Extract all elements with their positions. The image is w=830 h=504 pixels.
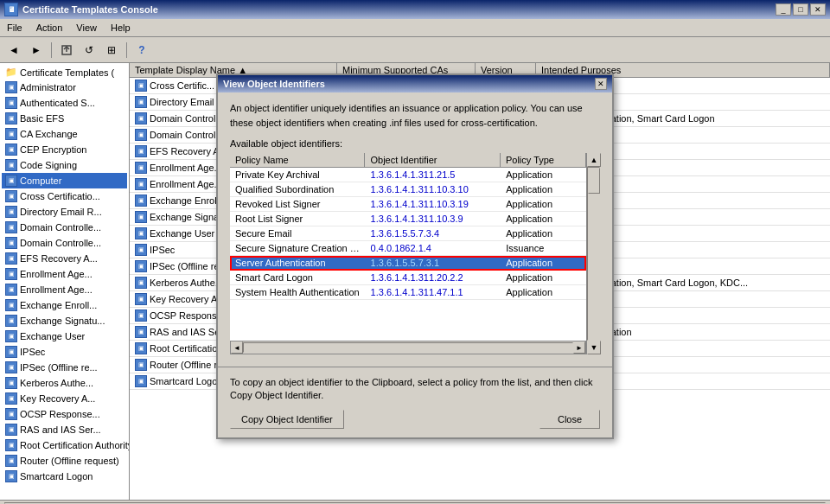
sidebar-item-efs-recovery[interactable]: ▣ EFS Recovery A... — [2, 251, 127, 266]
menu-view[interactable]: View — [69, 21, 104, 35]
sidebar-item-cross-cert[interactable]: ▣ Cross Certificatio... — [2, 188, 127, 204]
modal-table-scroll[interactable]: Private Key Archival 1.3.6.1.4.1.311.21.… — [230, 168, 586, 341]
map-button[interactable]: ⊞ — [101, 41, 122, 60]
cert-icon: ▣ — [135, 326, 147, 338]
cert-icon: ▣ — [5, 144, 17, 156]
copy-object-identifier-button[interactable]: Copy Object Identifier — [230, 410, 344, 429]
tree-root[interactable]: 📁 Certificate Templates ( — [2, 65, 127, 80]
back-button[interactable]: ◄ — [3, 41, 24, 60]
sidebar-item-root-ca[interactable]: ▣ Root Certification Authority — [2, 437, 127, 453]
modal-table-row-revoked-list[interactable]: Revoked List Signer 1.3.6.1.4.1.311.10.3… — [230, 197, 586, 212]
folder-icon: 📁 — [5, 67, 17, 78]
sidebar-label: CA Exchange — [20, 129, 78, 139]
cert-icon: ▣ — [5, 175, 17, 187]
cert-icon: ▣ — [5, 455, 17, 467]
modal-hscroll-track[interactable] — [243, 342, 573, 353]
sidebar-label: Domain Controlle... — [20, 222, 101, 233]
cert-icon: ▣ — [5, 408, 17, 420]
modal-table-row-secure-sig[interactable]: Secure Signature Creation Device Qu... 0… — [230, 241, 586, 256]
sidebar-item-basic-efs[interactable]: ▣ Basic EFS — [2, 111, 127, 126]
minimize-button[interactable]: _ — [776, 3, 791, 16]
modal-table-row-qualified-sub[interactable]: Qualified Subordination 1.3.6.1.4.1.311.… — [230, 182, 586, 197]
modal-table-row-smart-card[interactable]: Smart Card Logon 1.3.6.1.4.1.311.20.2.2 … — [230, 271, 586, 285]
modal-table-row-system-health[interactable]: System Health Authentication 1.3.6.1.4.1… — [230, 285, 586, 300]
modal-close-button[interactable]: ✕ — [595, 78, 607, 90]
modal-cell-type: Application — [501, 285, 586, 299]
sidebar-label: Enrollment Age... — [20, 269, 93, 279]
modal-cell-oid: 1.3.6.1.4.1.311.47.1.1 — [366, 285, 501, 299]
sidebar-item-ca-exchange[interactable]: ▣ CA Exchange — [2, 126, 127, 142]
modal-hscroll-left[interactable]: ◄ — [231, 341, 243, 354]
sidebar-item-exchange-enrollment[interactable]: ▣ Exchange Enroll... — [2, 297, 127, 313]
modal-vscroll-up[interactable]: ▲ — [587, 153, 601, 167]
modal-cell-oid: 1.3.6.1.4.1.311.10.3.19 — [366, 197, 501, 211]
up-button[interactable] — [56, 41, 77, 60]
sidebar-item-enrollment-agent-1[interactable]: ▣ Enrollment Age... — [2, 266, 127, 282]
toolbar-separator-1 — [51, 42, 52, 58]
sidebar-item-ocsp[interactable]: ▣ OCSP Response... — [2, 406, 127, 422]
modal-col-header-name[interactable]: Policy Name — [230, 153, 365, 167]
modal-cell-oid: 1.3.6.1.4.1.311.10.3.9 — [366, 212, 501, 226]
sidebar-item-ipsec-offline[interactable]: ▣ IPSec (Offline re... — [2, 360, 127, 375]
sidebar-item-router[interactable]: ▣ Router (Offline request) — [2, 453, 127, 469]
sidebar-item-key-recovery[interactable]: ▣ Key Recovery A... — [2, 391, 127, 406]
cert-icon: ▣ — [5, 470, 17, 482]
sidebar-label: Code Signing — [20, 160, 77, 170]
sidebar-item-directory-email[interactable]: ▣ Directory Email R... — [2, 204, 127, 220]
sidebar-item-cep-encryption[interactable]: ▣ CEP Encryption — [2, 142, 127, 157]
cert-icon: ▣ — [5, 81, 17, 93]
sidebar-label: Authenticated S... — [20, 98, 95, 108]
modal-col-header-type[interactable]: Policy Type — [501, 153, 586, 167]
modal-table-row-server-auth[interactable]: Server Authentication 1.3.6.1.5.5.7.3.1 … — [230, 256, 586, 271]
sidebar-item-ras-ias[interactable]: ▣ RAS and IAS Ser... — [2, 422, 127, 437]
sidebar-item-domain-controller-1[interactable]: ▣ Domain Controlle... — [2, 220, 127, 235]
cert-icon: ▣ — [5, 439, 17, 451]
modal-table-row-secure-email[interactable]: Secure Email 1.3.6.1.5.5.7.3.4 Applicati… — [230, 226, 586, 241]
menu-file[interactable]: File — [0, 21, 29, 35]
sidebar-item-smartcard-logon[interactable]: ▣ Smartcard Logon — [2, 469, 127, 484]
sidebar-item-computer[interactable]: ▣ Computer — [2, 173, 127, 188]
modal-hscroll-right[interactable]: ► — [573, 341, 585, 354]
sidebar-item-code-signing[interactable]: ▣ Code Signing — [2, 157, 127, 173]
cert-icon: ▣ — [135, 145, 147, 157]
close-button[interactable]: Close — [540, 410, 600, 429]
sidebar-item-kerberos[interactable]: ▣ Kerberos Authe... — [2, 375, 127, 391]
cert-icon: ▣ — [135, 162, 147, 174]
maximize-button[interactable]: □ — [793, 3, 808, 16]
sidebar-item-authenticated-s[interactable]: ▣ Authenticated S... — [2, 95, 127, 111]
sidebar-label: Exchange Enroll... — [20, 300, 97, 310]
modal-vscroll-down[interactable]: ▼ — [587, 341, 601, 354]
menu-help[interactable]: Help — [104, 21, 137, 35]
modal-col-header-oid[interactable]: Object Identifier — [365, 153, 500, 167]
sidebar-item-administrator[interactable]: ▣ Administrator — [2, 80, 127, 95]
modal-cell-name: System Health Authentication — [230, 285, 366, 299]
cert-icon: ▣ — [5, 159, 17, 171]
menu-action[interactable]: Action — [29, 21, 70, 35]
modal-vscroll-thumb[interactable] — [588, 168, 600, 194]
modal-table-row-root-list[interactable]: Root List Signer 1.3.6.1.4.1.311.10.3.9 … — [230, 212, 586, 226]
refresh-button[interactable]: ↺ — [79, 41, 99, 60]
sidebar-item-enrollment-agent-2[interactable]: ▣ Enrollment Age... — [2, 282, 127, 297]
forward-button[interactable]: ► — [26, 41, 47, 60]
sidebar-item-exchange-signature[interactable]: ▣ Exchange Signatu... — [2, 313, 127, 329]
cert-icon: ▣ — [135, 293, 147, 305]
sidebar-item-ipsec[interactable]: ▣ IPSec — [2, 344, 127, 360]
cert-icon: ▣ — [5, 221, 17, 233]
modal-cell-type: Application — [501, 197, 586, 211]
modal-table-container: Policy Name Object Identifier Policy Typ… — [230, 153, 600, 354]
sidebar-item-domain-controller-2[interactable]: ▣ Domain Controlle... — [2, 235, 127, 251]
modal-cell-type: Application — [501, 271, 586, 284]
modal-vscroll-track[interactable] — [587, 167, 600, 341]
cert-icon: ▣ — [135, 211, 147, 223]
menu-bar: File Action View Help — [0, 19, 830, 37]
window-title: Certificate Templates Console — [22, 4, 158, 15]
help-button[interactable]: ? — [131, 41, 152, 60]
modal-table-inner: Policy Name Object Identifier Policy Typ… — [230, 153, 586, 354]
modal-title-bar: View Object Identifiers ✕ — [218, 75, 612, 93]
status-bar — [0, 500, 830, 504]
cert-icon: ▣ — [135, 260, 147, 272]
cert-icon: ▣ — [135, 178, 147, 190]
close-button[interactable]: ✕ — [810, 3, 826, 16]
sidebar-item-exchange-user[interactable]: ▣ Exchange User — [2, 329, 127, 344]
modal-table-row-private-key[interactable]: Private Key Archival 1.3.6.1.4.1.311.21.… — [230, 168, 586, 182]
